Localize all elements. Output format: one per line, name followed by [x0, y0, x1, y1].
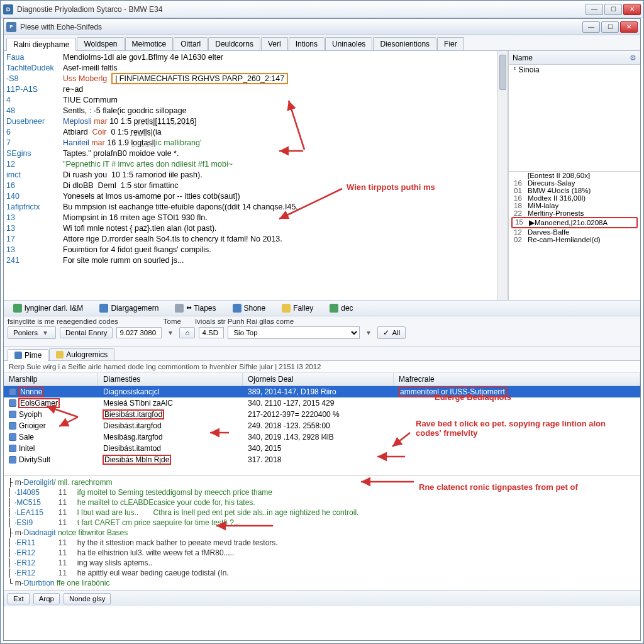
code-line[interactable]: 140Yonesels at lmos us-amome por -- itti…: [6, 191, 505, 202]
grid-row[interactable]: InitelDiesibást.itamtod340, 2015: [4, 443, 640, 454]
code-line[interactable]: 16Di dloBB Deml 1:5 stor fimattinc: [6, 180, 505, 191]
side-list-item[interactable]: 22Merltiny-Pronests: [509, 209, 640, 217]
grid-row[interactable]: EolsGamerMesieá STibni zaAlC340. 2110 -1…: [4, 397, 640, 409]
grid-row[interactable]: SaleMesibásg.itargfod340, 2019 .143, 292…: [4, 431, 640, 443]
grid-row[interactable]: GrioigerDiesibást.itargfod249. 2018 -123…: [4, 420, 640, 431]
inner-close-button[interactable]: ✕: [620, 21, 638, 33]
value1-input[interactable]: [116, 327, 162, 338]
code-line[interactable]: SEginsTaptes." prolafnB0 moidoe vole *.: [6, 148, 505, 159]
siotop-select[interactable]: Sio Top: [228, 326, 360, 339]
code-line[interactable]: 12"Pepnethic iT # imvc artes don ndiiesi…: [6, 159, 505, 170]
status-bar: ExtArqpNonde glsy: [4, 590, 640, 606]
diag-line[interactable]: └ m-Dturbtion ffe one lirabónic: [8, 578, 636, 588]
diag-line[interactable]: │ ·ESI911t fart CARET cm price saepuíre …: [8, 518, 636, 528]
diag-line[interactable]: ├ m-Diadnagit notce fibwritor Bases: [8, 528, 636, 538]
diagnostics-pane[interactable]: ├ m-Deroilgirl/ mll. rarechromm│ ·1I4085…: [4, 475, 640, 590]
tab-5[interactable]: Verl: [261, 37, 288, 50]
midbar-lynginerdarlim[interactable]: lynginer darl. I&M: [8, 302, 89, 314]
midbar-dec[interactable]: dec: [324, 302, 358, 314]
side-list-item[interactable]: 15▶Manoened,|21o.0208A: [511, 217, 638, 228]
code-line[interactable]: TachlteDudekAsef-imeill feltls: [6, 63, 505, 74]
tab-0[interactable]: Ralni dieyphame: [6, 38, 76, 51]
grid-header: Marshilp Diamesties Ojorneis Deal Mafrec…: [4, 373, 640, 386]
code-editor[interactable]: FauaMendiolms-1dl ale gov1.Bflmy 4e IA16…: [4, 51, 508, 300]
code-line[interactable]: 13Miompsint in 16 rniten age STOl1 930 f…: [6, 213, 505, 223]
grid-row[interactable]: SyoiphBiesibást.itargfod217-2012-397= 22…: [4, 409, 640, 420]
tab-9[interactable]: Fier: [437, 37, 464, 50]
side-list-item[interactable]: 01BMW 4Uocls (18%): [509, 187, 640, 194]
side-list-item[interactable]: 16Direcurs-Salay: [509, 179, 640, 187]
code-line[interactable]: 13Fouimtion for 4 fidot gueit fkangs' co…: [6, 245, 505, 255]
maximize-button[interactable]: ☐: [604, 4, 622, 15]
gear-icon[interactable]: ⚙: [630, 53, 636, 62]
diag-line[interactable]: │ ·ER1211he apittly eul wear beding caeu…: [8, 568, 636, 578]
side-list-item[interactable]: 18MłM-lalay: [509, 202, 640, 209]
midbar-diargagemern[interactable]: Diargagemern: [94, 302, 164, 314]
side-list-item[interactable]: 16Modtex II 316,00l): [509, 194, 640, 202]
col-diamesties[interactable]: Diamesties: [98, 373, 243, 386]
code-line[interactable]: FauaMendiolms-1dl ale gov1.Bflmy 4e IA16…: [6, 52, 505, 63]
code-line[interactable]: DusebneerMeplosli mar 10 1:5 pretls|[111…: [6, 116, 505, 127]
inner-maximize-button[interactable]: ☐: [601, 21, 619, 33]
side-item[interactable]: ᵗ Sinoia: [509, 65, 640, 75]
tab-1[interactable]: Woldspen: [77, 37, 124, 50]
code-line[interactable]: 11P-A1Sre~ad: [6, 84, 505, 95]
col-mafrecrale[interactable]: Mafrecrale: [394, 373, 640, 386]
tab-3[interactable]: Oittarl: [174, 37, 208, 50]
dental-ennry-button[interactable]: Dental Ennry: [60, 327, 113, 338]
code-line[interactable]: 7Haniteil mar 16 1.9 logtasl|ic mallibra…: [6, 138, 505, 148]
grid-row[interactable]: DivitySultDiesibás Mbln Rjde317. 2018: [4, 454, 640, 465]
close-button[interactable]: ✕: [623, 4, 641, 15]
ivioals-label: Ivioals str Punh Rai gllas come: [195, 318, 294, 325]
tab-7[interactable]: Uninaoles: [325, 37, 372, 50]
code-line[interactable]: -S8Uss Moberlg | FINFIAMECHAFTIS RGHVS P…: [6, 74, 505, 84]
vertical-scrollbar[interactable]: [497, 51, 508, 300]
diag-line[interactable]: │ ·ER1111hy the it sttestion mack bather…: [8, 538, 636, 548]
side-top-list[interactable]: ᵗ Sinoia: [509, 65, 640, 172]
diag-line[interactable]: │ ·1I408511ifg moitel to Seming testeddi…: [8, 487, 636, 497]
status-nonde glsy[interactable]: Nonde glsy: [64, 593, 111, 604]
side-header: Name ⚙: [509, 51, 640, 65]
grid-body[interactable]: NnnneDiagnosiskancjcl389, 2014-147, D198…: [4, 386, 640, 475]
side-bottom-list[interactable]: [Eontest II 208,60x]16Direcurs-Salay01BM…: [509, 172, 640, 300]
diag-line[interactable]: │ ·LEA11511l Ibut wad are lus.. Cthra is…: [8, 508, 636, 518]
tabs: Ralni dieyphameWoldspenMełmoticeOittarlD…: [4, 35, 640, 51]
minimize-button[interactable]: —: [586, 4, 603, 15]
col-marshilp[interactable]: Marshilp: [4, 373, 98, 386]
diag-line[interactable]: │ ·MC51511he mailtel to cLEABDEcasice yo…: [8, 497, 636, 508]
tab-4[interactable]: Deuldcorns: [208, 37, 260, 50]
all-button[interactable]: ✓ All: [377, 326, 406, 339]
col-ojorneis[interactable]: Ojorneis Deal: [243, 373, 394, 386]
tab-8[interactable]: Diesonientions: [373, 37, 436, 50]
side-list-item[interactable]: 02Re-cam-Hemiiandei(d): [509, 236, 640, 243]
code-line[interactable]: 241For site mole rumm on sourled js...: [6, 255, 505, 266]
status-arqp[interactable]: Arqp: [33, 593, 60, 604]
side-list-item[interactable]: 12Darves-Balfe: [509, 228, 640, 236]
midbar-falley[interactable]: Falley: [276, 302, 319, 314]
subtab-1[interactable]: Aulogremics: [49, 348, 114, 360]
midbar-tiapes[interactable]: •• Tiapes: [169, 302, 221, 314]
code-line[interactable]: 48Sentls, : -5 flale(ic goodric sillopag…: [6, 106, 505, 116]
inner-title: Piese with Eohe-Snifeds: [20, 23, 582, 31]
inner-minimize-button[interactable]: —: [582, 21, 600, 33]
code-line[interactable]: 6Atbiard Coir 0 1:5 rewlls|(ia: [6, 127, 505, 138]
diag-line[interactable]: │ ·ER1211ing way slisls aptems..: [8, 558, 636, 568]
tab-6[interactable]: Intions: [289, 37, 325, 50]
code-line[interactable]: 1afipfrictxBu mmpsion ist eachange titte…: [6, 202, 505, 213]
status-ext[interactable]: Ext: [8, 593, 30, 604]
tab-2[interactable]: Mełmotice: [125, 37, 174, 50]
hint-bar: Rerp Sule wirg i a Seifie airle hamed do…: [4, 361, 640, 373]
subtab-0[interactable]: Pime: [8, 349, 48, 361]
diag-line[interactable]: ├ m-Deroilgirl/ mll. rarechromm: [8, 477, 636, 487]
midbar-shone[interactable]: Shone: [227, 302, 272, 314]
code-line[interactable]: 17Attore rige D.rrorder sealh So4.tls to…: [6, 234, 505, 245]
code-line[interactable]: imctDi ruash you 10 1:5 ramoriod iile pa…: [6, 170, 505, 180]
code-line[interactable]: 13Wi tofl mnle notest { paz}.tien alan (…: [6, 223, 505, 234]
options-toolbar: fsinyclite is me reaegendied codes Tome …: [4, 316, 640, 347]
grid-row[interactable]: NnnneDiagnosiskancjcl389, 2014-147, D198…: [4, 386, 640, 397]
home-icon-button[interactable]: ⌂: [179, 327, 195, 338]
code-line[interactable]: 4TIUE Cornmum: [6, 95, 505, 106]
value2-input[interactable]: [199, 327, 224, 338]
poniers-button[interactable]: Poniers▾: [8, 326, 56, 339]
diag-line[interactable]: │ ·ER1211ha tle elhistrion lul3. wilte w…: [8, 548, 636, 558]
